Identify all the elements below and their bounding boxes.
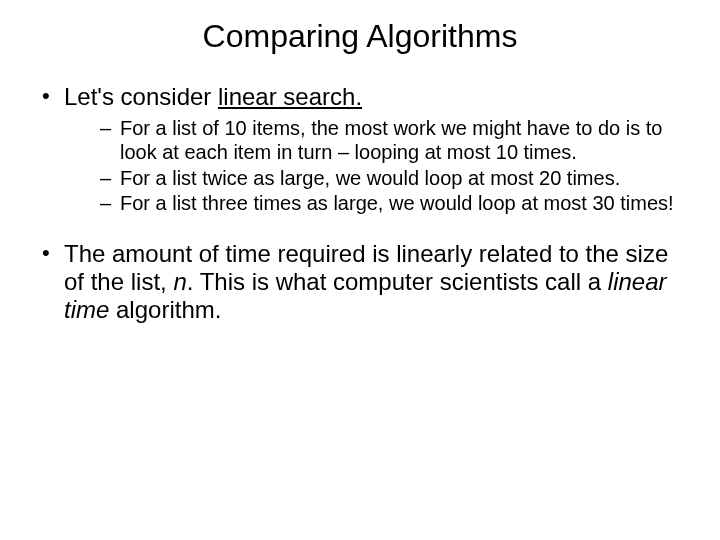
sub-3: For a list three times as large, we woul… bbox=[64, 192, 684, 216]
sub-1: For a list of 10 items, the most work we… bbox=[64, 117, 684, 164]
sub-list: For a list of 10 items, the most work we… bbox=[64, 117, 684, 215]
bullet-2: The amount of time required is linearly … bbox=[36, 240, 684, 325]
slide-title: Comparing Algorithms bbox=[36, 18, 684, 55]
slide: Comparing Algorithms Let's consider line… bbox=[0, 0, 720, 540]
bullet-2-c: algorithm. bbox=[109, 296, 221, 323]
bullet-2-n: n bbox=[173, 268, 186, 295]
bullet-1: Let's consider linear search. For a list… bbox=[36, 83, 684, 216]
bullet-list: Let's consider linear search. For a list… bbox=[36, 83, 684, 325]
sub-2: For a list twice as large, we would loop… bbox=[64, 167, 684, 191]
bullet-1-underline: linear search. bbox=[218, 83, 362, 110]
bullet-2-b: . This is what computer scientists call … bbox=[187, 268, 608, 295]
bullet-1-text-pre: Let's consider bbox=[64, 83, 218, 110]
